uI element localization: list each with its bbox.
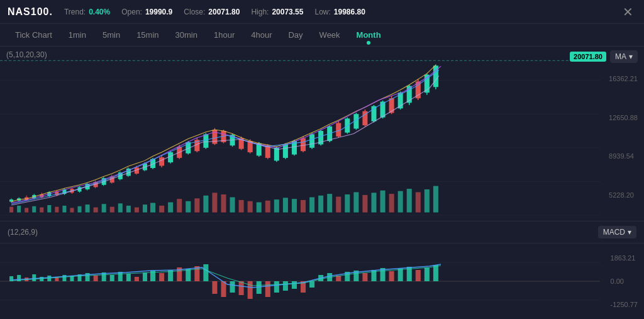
svg-rect-158 bbox=[433, 186, 438, 213]
high-label: High: bbox=[251, 8, 269, 16]
svg-rect-79 bbox=[309, 134, 314, 147]
svg-rect-122 bbox=[118, 203, 123, 212]
tf-month[interactable]: Month bbox=[349, 28, 389, 42]
macd-selector-label: MACD bbox=[603, 228, 625, 237]
svg-rect-116 bbox=[70, 208, 74, 212]
open-label: Open: bbox=[121, 8, 142, 16]
chart-area: (5,10,20,30) MA ▾ 20071.80 bbox=[0, 47, 644, 319]
main-chart: (5,10,20,30) MA ▾ 20071.80 bbox=[0, 47, 644, 221]
close-value: 20071.80 bbox=[208, 8, 240, 16]
svg-rect-186 bbox=[203, 264, 208, 281]
svg-rect-144 bbox=[309, 197, 314, 212]
tf-15min[interactable]: 15min bbox=[129, 28, 166, 42]
svg-rect-109 bbox=[17, 206, 21, 213]
close-button[interactable]: ✕ bbox=[619, 3, 636, 21]
svg-rect-212 bbox=[433, 265, 438, 281]
tf-tick-chart[interactable]: Tick Chart bbox=[8, 28, 60, 42]
svg-rect-146 bbox=[327, 194, 332, 212]
current-price-label: 20071.80 bbox=[570, 52, 606, 62]
svg-rect-179 bbox=[143, 272, 147, 281]
svg-rect-77 bbox=[301, 138, 306, 152]
tf-day[interactable]: Day bbox=[280, 28, 310, 42]
main-chart-svg bbox=[0, 47, 600, 221]
low-value: 19986.80 bbox=[334, 8, 365, 16]
ma-selector[interactable]: MA ▾ bbox=[610, 50, 638, 63]
ma-indicator-label: (5,10,20,30) bbox=[6, 50, 47, 59]
y-label-3: 8939.54 bbox=[609, 152, 638, 160]
svg-rect-135 bbox=[230, 197, 235, 212]
svg-rect-121 bbox=[110, 207, 114, 213]
close-label: Close: bbox=[184, 8, 205, 16]
open-value: 19990.9 bbox=[145, 8, 172, 16]
svg-rect-188 bbox=[221, 281, 226, 297]
svg-rect-127 bbox=[159, 206, 164, 213]
tf-1hour[interactable]: 1hour bbox=[206, 28, 242, 42]
candles-early bbox=[9, 186, 81, 203]
trend-label: Trend: bbox=[64, 8, 86, 16]
svg-rect-126 bbox=[150, 203, 155, 212]
tf-5min[interactable]: 5min bbox=[95, 28, 128, 42]
macd-y-label-1: 1863.21 bbox=[611, 254, 638, 262]
trend-stat: Trend: 0.40% bbox=[64, 8, 110, 16]
svg-rect-141 bbox=[283, 198, 288, 212]
svg-rect-189 bbox=[230, 281, 235, 293]
macd-y-label-2: 0.00 bbox=[611, 277, 638, 285]
timeframe-bar: Tick Chart 1min 5min 15min 30min 1hour 4… bbox=[0, 24, 644, 47]
low-label: Low: bbox=[314, 8, 330, 16]
y-label-2: 12650.88 bbox=[609, 114, 638, 121]
svg-rect-165 bbox=[32, 274, 36, 281]
svg-rect-119 bbox=[94, 208, 98, 213]
svg-rect-148 bbox=[345, 194, 350, 213]
main-chart-y-axis: 16362.21 12650.88 8939.54 5228.20 bbox=[609, 47, 638, 221]
svg-rect-150 bbox=[362, 195, 367, 213]
svg-rect-139 bbox=[265, 201, 270, 213]
ma-selector-label: MA bbox=[615, 52, 626, 61]
macd-indicator-label: (12,26,9) bbox=[8, 228, 38, 237]
svg-rect-55 bbox=[203, 134, 208, 147]
svg-rect-128 bbox=[168, 203, 173, 213]
svg-rect-178 bbox=[135, 277, 139, 281]
svg-rect-191 bbox=[248, 281, 253, 299]
svg-rect-194 bbox=[274, 281, 279, 293]
macd-selector[interactable]: MACD ▾ bbox=[598, 226, 636, 238]
ma-chevron-icon: ▾ bbox=[629, 52, 633, 61]
macd-chart-svg bbox=[0, 243, 600, 319]
macd-y-axis: 1863.21 0.00 -1250.77 bbox=[611, 243, 638, 319]
macd-divider: (12,26,9) MACD ▾ bbox=[0, 221, 644, 243]
svg-rect-124 bbox=[135, 208, 139, 213]
svg-rect-69 bbox=[265, 146, 270, 158]
y-label-1: 16362.21 bbox=[609, 75, 638, 82]
svg-rect-142 bbox=[292, 199, 297, 212]
svg-rect-118 bbox=[86, 204, 90, 213]
svg-rect-147 bbox=[336, 197, 341, 213]
macd-y-label-3: -1250.77 bbox=[611, 301, 638, 308]
tf-1min[interactable]: 1min bbox=[61, 28, 94, 42]
svg-rect-108 bbox=[9, 207, 13, 213]
tf-30min[interactable]: 30min bbox=[168, 28, 205, 42]
tf-week[interactable]: Week bbox=[312, 28, 348, 42]
tf-4hour[interactable]: 4hour bbox=[243, 28, 279, 42]
svg-rect-111 bbox=[32, 206, 36, 213]
svg-rect-204 bbox=[362, 273, 367, 281]
ma10-line bbox=[11, 66, 441, 203]
svg-rect-125 bbox=[143, 204, 147, 213]
svg-rect-131 bbox=[194, 198, 199, 212]
svg-rect-155 bbox=[407, 189, 412, 213]
svg-rect-157 bbox=[425, 189, 430, 213]
svg-rect-207 bbox=[389, 271, 394, 281]
svg-rect-173 bbox=[94, 276, 98, 281]
svg-rect-151 bbox=[371, 193, 376, 212]
y-label-4: 5228.20 bbox=[609, 191, 638, 199]
svg-rect-129 bbox=[177, 199, 182, 212]
svg-rect-177 bbox=[126, 274, 131, 281]
close-stat: Close: 20071.80 bbox=[184, 8, 240, 16]
svg-rect-134 bbox=[221, 194, 226, 213]
svg-rect-97 bbox=[389, 98, 394, 113]
svg-rect-156 bbox=[416, 192, 421, 212]
svg-rect-210 bbox=[416, 270, 421, 281]
svg-rect-120 bbox=[102, 204, 106, 212]
svg-rect-130 bbox=[186, 201, 191, 213]
trend-value: 0.40% bbox=[89, 8, 110, 16]
macd-chart: 1863.21 0.00 -1250.77 bbox=[0, 243, 644, 319]
svg-rect-187 bbox=[212, 281, 217, 294]
